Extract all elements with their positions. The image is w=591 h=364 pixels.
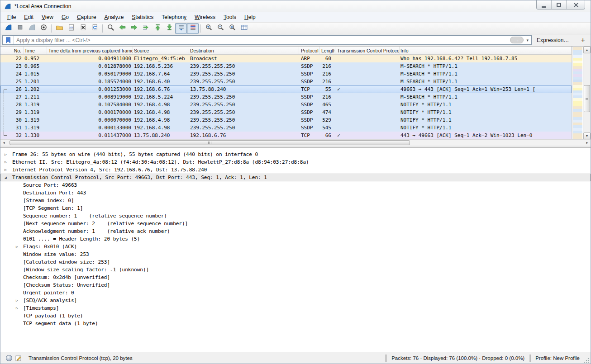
packet-row[interactable]: 301.3190.000070000192.168.4.98239.255.25… bbox=[0, 116, 572, 124]
capture-comment-icon[interactable] bbox=[15, 355, 22, 362]
scroll-right-arrow-icon[interactable]: ► bbox=[584, 140, 591, 146]
resize-columns-button[interactable] bbox=[238, 23, 250, 34]
open-file-button[interactable] bbox=[53, 23, 65, 34]
detail-line[interactable]: TCP segment data (1 byte) bbox=[0, 320, 591, 327]
detail-line[interactable]: [TCP Segment Len: 1] bbox=[0, 204, 591, 212]
maximize-button[interactable] bbox=[552, 0, 567, 9]
hscrollbar-thumb[interactable] bbox=[10, 140, 410, 145]
go-to-packet-button[interactable] bbox=[140, 23, 152, 34]
detail-line[interactable]: ▷[SEQ/ACK analysis] bbox=[0, 297, 591, 304]
filter-apply-icon[interactable]: → bbox=[510, 37, 524, 43]
menu-wireless[interactable]: Wireless bbox=[191, 13, 219, 22]
detail-line[interactable]: ◢Transmission Control Protocol, Src Port… bbox=[0, 174, 591, 181]
menu-go[interactable]: Go bbox=[57, 13, 73, 22]
column-header-length[interactable]: Length bbox=[320, 47, 335, 54]
packet-minimap[interactable] bbox=[572, 47, 583, 139]
minimize-button[interactable] bbox=[537, 0, 552, 9]
detail-line[interactable]: ▷Internet Protocol Version 4, Src: 192.1… bbox=[0, 166, 591, 174]
column-header-info[interactable]: Info bbox=[400, 47, 572, 54]
close-button[interactable] bbox=[567, 0, 585, 9]
expander-collapsed-icon[interactable]: ▷ bbox=[5, 151, 7, 158]
filter-text-input[interactable] bbox=[14, 37, 510, 43]
restart-capture-button[interactable] bbox=[26, 23, 38, 34]
detail-line[interactable]: [Calculated window size: 253] bbox=[0, 258, 591, 266]
expander-collapsed-icon[interactable]: ▷ bbox=[16, 243, 18, 251]
packet-row[interactable]: 321.3300.01143700013.75.88.240192.168.6.… bbox=[0, 132, 572, 139]
capture-options-button[interactable] bbox=[38, 23, 49, 34]
reload-file-button[interactable] bbox=[89, 23, 100, 34]
detail-line[interactable]: Destination Port: 443 bbox=[0, 189, 591, 197]
go-last-packet-button[interactable] bbox=[163, 23, 175, 34]
packet-row[interactable]: 261.2020.001253000192.168.6.7613.75.88.2… bbox=[0, 85, 572, 93]
column-header-protocol[interactable]: Protocol bbox=[299, 47, 320, 54]
packet-row[interactable]: 291.3190.000170000192.168.4.98239.255.25… bbox=[0, 109, 572, 116]
packet-row[interactable]: 220.9520.004911000Elitegro_49:f5:ebBroad… bbox=[0, 55, 572, 62]
packet-row[interactable]: 311.3190.000133000192.168.4.98239.255.25… bbox=[0, 124, 572, 132]
menu-capture[interactable]: Capture bbox=[73, 13, 100, 22]
detail-line[interactable]: Window size value: 253 bbox=[0, 251, 591, 258]
packet-list-hscrollbar[interactable]: ◄ ► bbox=[0, 139, 591, 146]
expander-collapsed-icon[interactable]: ▷ bbox=[16, 297, 18, 304]
detail-line[interactable]: Acknowledgment number: 1 (relative ack n… bbox=[0, 227, 591, 235]
detail-line[interactable]: [Window size scaling factor: -1 (unknown… bbox=[0, 266, 591, 274]
menu-help[interactable]: Help bbox=[240, 13, 260, 22]
vscrollbar-thumb[interactable] bbox=[584, 85, 590, 112]
scroll-left-arrow-icon[interactable]: ◄ bbox=[0, 140, 7, 146]
detail-line[interactable]: ▷Ethernet II, Src: Elitegro_4a:08:12 (f4… bbox=[0, 158, 591, 166]
packet-row[interactable]: 230.9650.012878000192.168.5.236239.255.2… bbox=[0, 62, 572, 70]
packet-row[interactable]: 251.2010.185574000192.168.6.40239.255.25… bbox=[0, 78, 572, 85]
filter-dropdown-caret-icon[interactable]: ▾ bbox=[525, 38, 531, 43]
scroll-up-arrow-icon[interactable]: ▲ bbox=[583, 47, 591, 53]
expander-collapsed-icon[interactable]: ▷ bbox=[5, 158, 7, 166]
expression-button[interactable]: Expression… bbox=[535, 36, 571, 44]
save-file-button[interactable]: 010 bbox=[65, 23, 77, 34]
scroll-down-arrow-icon[interactable]: ▼ bbox=[583, 132, 591, 139]
detail-line[interactable]: ▷Flags: 0x010 (ACK) bbox=[0, 243, 591, 251]
column-header-time[interactable]: Time bbox=[24, 47, 47, 54]
detail-line[interactable]: Urgent pointer: 0 bbox=[0, 289, 591, 297]
column-header-transmission-control-protocol[interactable]: Transmission Control Protocol bbox=[335, 47, 400, 54]
zoom-reset-button[interactable] bbox=[226, 23, 238, 34]
column-header-time-delta-from-previous-captured-frame[interactable]: Time delta from previous captured frame bbox=[47, 47, 133, 54]
detail-line[interactable]: [Checksum Status: Unverified] bbox=[0, 281, 591, 289]
detail-line[interactable]: [Stream index: 0] bbox=[0, 197, 591, 204]
close-file-button[interactable] bbox=[77, 23, 89, 34]
detail-line[interactable]: Checksum: 0x2d4b [unverified] bbox=[0, 274, 591, 281]
filter-bookmark-icon[interactable] bbox=[3, 36, 14, 44]
packet-row[interactable]: 271.2110.008919000192.168.5.224239.255.2… bbox=[0, 93, 572, 101]
expert-info-icon[interactable] bbox=[6, 355, 12, 361]
detail-line[interactable]: ▷[Timestamps] bbox=[0, 304, 591, 312]
packet-row[interactable]: 241.0150.050179000192.168.7.64239.255.25… bbox=[0, 70, 572, 78]
expander-collapsed-icon[interactable]: ▷ bbox=[5, 166, 7, 174]
column-header-no-[interactable]: No. bbox=[0, 47, 24, 54]
detail-line[interactable]: TCP payload (1 byte) bbox=[0, 312, 591, 320]
go-back-button[interactable] bbox=[116, 23, 128, 34]
find-packet-button[interactable] bbox=[105, 23, 116, 34]
menu-file[interactable]: File bbox=[3, 13, 20, 22]
expander-expanded-icon[interactable]: ◢ bbox=[5, 174, 7, 181]
status-profile[interactable]: Profile: New Profile bbox=[535, 355, 580, 361]
go-forward-button[interactable] bbox=[128, 23, 140, 34]
add-filter-button[interactable]: + bbox=[577, 36, 588, 44]
detail-line[interactable]: ▷Frame 26: 55 bytes on wire (440 bits), … bbox=[0, 151, 591, 158]
auto-scroll-toggle[interactable] bbox=[175, 23, 187, 34]
detail-line[interactable]: [Next sequence number: 2 (relative seque… bbox=[0, 220, 591, 227]
menu-tools[interactable]: Tools bbox=[219, 13, 240, 22]
stop-capture-button[interactable] bbox=[14, 23, 26, 34]
detail-line[interactable]: 0101 .... = Header Length: 20 bytes (5) bbox=[0, 235, 591, 243]
column-header-source[interactable]: Source bbox=[133, 47, 189, 54]
colorize-toggle[interactable] bbox=[187, 23, 199, 34]
column-header-destination[interactable]: Destination bbox=[189, 47, 299, 54]
packet-row[interactable]: 281.3190.107584000192.168.4.98239.255.25… bbox=[0, 101, 572, 109]
display-filter-field[interactable]: → ▾ bbox=[2, 35, 532, 45]
menu-analyze[interactable]: Analyze bbox=[100, 13, 128, 22]
menu-telephony[interactable]: Telephony bbox=[157, 13, 191, 22]
go-first-packet-button[interactable] bbox=[152, 23, 163, 34]
detail-line[interactable]: Source Port: 49663 bbox=[0, 181, 591, 189]
menu-edit[interactable]: Edit bbox=[20, 13, 38, 22]
expander-collapsed-icon[interactable]: ▷ bbox=[16, 304, 18, 312]
zoom-in-button[interactable] bbox=[203, 23, 214, 34]
menu-view[interactable]: View bbox=[38, 13, 57, 22]
start-capture-button[interactable] bbox=[2, 23, 14, 34]
menu-statistics[interactable]: Statistics bbox=[128, 13, 157, 22]
